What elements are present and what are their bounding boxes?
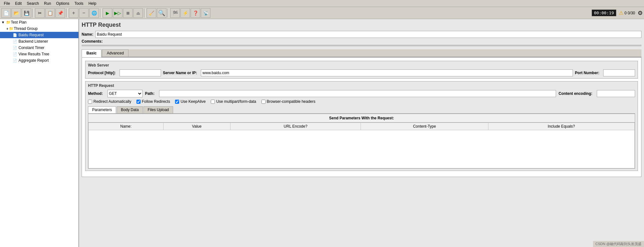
menu-help[interactable]: Help (86, 1, 99, 6)
settings-icon[interactable]: ⚙ (638, 10, 643, 17)
menu-tools[interactable]: Tools (72, 1, 86, 6)
folder-icon-2: 📁 (9, 26, 14, 31)
method-select[interactable]: GET POST PUT DELETE HEAD OPTIONS PATCH (107, 90, 143, 97)
new-button[interactable]: 📄 (1, 8, 11, 18)
checkbox-keepalive[interactable]: Use KeepAlive (175, 99, 206, 104)
copy-button[interactable]: 📋 (45, 8, 55, 18)
bottom-bar: CSDN @融代码敲到头发茂盛 (593, 241, 644, 247)
tree-item-test-plan[interactable]: ▼ 📁 Test Plan (0, 19, 78, 25)
path-label: Path: (145, 91, 155, 96)
add-button[interactable]: + (69, 8, 78, 18)
checkbox-redirect-auto[interactable]: Redirect Automatically (88, 99, 131, 104)
sub-tabs-header: Parameters Body Data Files Upload (88, 106, 635, 114)
port-input[interactable] (603, 69, 635, 76)
http-request-panel: HTTP Request Name: Comments: Basic Advan… (82, 22, 641, 177)
separator-1 (33, 9, 34, 18)
encoding-label: Content encoding: (559, 91, 592, 96)
col-value: Value (163, 123, 230, 130)
help-button[interactable]: ❓ (191, 8, 200, 18)
checkbox-multipart[interactable]: Use multipart/form-data (211, 99, 256, 104)
search-toolbar-button[interactable]: 🔍 (157, 8, 166, 18)
path-input[interactable] (159, 90, 556, 97)
tab-basic[interactable]: Basic (82, 49, 101, 57)
menu-file[interactable]: File (1, 1, 12, 6)
redirect-auto-checkbox[interactable] (88, 100, 92, 104)
start-no-pause-button[interactable]: ▶▷ (113, 8, 122, 18)
checkbox-follow-redirects[interactable]: Follow Redirects (136, 99, 170, 104)
doc-icon-2: 📄 (13, 39, 17, 44)
method-row: Method: GET POST PUT DELETE HEAD OPTIONS… (88, 90, 635, 97)
tab-content-basic: Web Server Protocol [http]: Server Name … (82, 57, 641, 177)
sub-tab-files-upload[interactable]: Files Upload (143, 106, 173, 113)
encoding-input[interactable] (597, 90, 635, 97)
browse-button[interactable]: 🌐 (89, 8, 99, 18)
checkbox-browser-headers[interactable]: Browser-compatible headers (261, 99, 316, 104)
tree-item-constant-timer[interactable]: 📄 Constant Timer (0, 45, 78, 51)
web-server-section: Web Server Protocol [http]: Server Name … (85, 61, 638, 79)
keepalive-label: Use KeepAlive (180, 99, 206, 104)
web-server-title: Web Server (88, 63, 635, 67)
remote-stop-button[interactable]: ⚡ (180, 8, 190, 18)
start-button[interactable]: ▶ (103, 8, 112, 18)
menu-edit[interactable]: Edit (12, 1, 24, 6)
tree-item-backend-listener[interactable]: 📄 Backend Listener (0, 38, 78, 45)
paste-button[interactable]: 📌 (55, 8, 65, 18)
doc-icon: 📄 (13, 33, 17, 37)
tab-advanced[interactable]: Advanced (102, 49, 128, 57)
timer-display: 00:00:19 (592, 10, 616, 16)
tree-label-backend-listener: Backend Listener (18, 39, 48, 44)
main-tabs: Basic Advanced Web Server Protocol [http… (82, 49, 641, 177)
params-section: Send Parameters With the Request: Name: … (88, 114, 635, 169)
web-server-row: Protocol [http]: Server Name or IP: Port… (88, 69, 635, 76)
tree-item-thread-group[interactable]: ♦ 📁 Thread Group (0, 25, 78, 32)
save-button[interactable]: 💾 (22, 8, 31, 18)
tree-label-view-results-tree: View Results Tree (18, 52, 49, 56)
remote-button[interactable]: 📡 (201, 8, 210, 18)
keepalive-checkbox[interactable] (175, 100, 179, 104)
expand-icon: ▼ (1, 20, 5, 24)
tree-label-baidu-request: Baidu Request (18, 33, 44, 37)
comments-label: Comments: (82, 39, 103, 44)
menubar: File Edit Search Run Options Tools Help (0, 0, 644, 7)
remote-start-button[interactable]: 🏁 (170, 8, 180, 18)
doc-icon-4: 📄 (13, 52, 17, 56)
follow-redirects-label: Follow Redirects (142, 99, 170, 104)
stop-button[interactable]: ⏹ (123, 8, 133, 18)
sub-tab-parameters[interactable]: Parameters (88, 106, 116, 113)
browser-headers-checkbox[interactable] (261, 100, 266, 104)
col-url-encode: URL Encode? (230, 123, 361, 130)
cut-button[interactable]: ✂ (35, 8, 45, 18)
stop-now-button[interactable]: ⏏ (133, 8, 143, 18)
clear-button[interactable]: 🧹 (147, 8, 156, 18)
tree-item-aggregate-report[interactable]: 📄 Aggregate Report (0, 57, 78, 64)
http-request-title: HTTP Request (88, 83, 635, 88)
params-table-header-row: Name: Value URL Encode? Content-Type Inc… (89, 123, 635, 130)
redirect-auto-label: Redirect Automatically (93, 99, 131, 104)
port-label: Port Number: (575, 71, 599, 75)
menu-options[interactable]: Options (54, 1, 72, 6)
connector-icon: ♦ (6, 26, 8, 31)
tree-label-thread-group: Thread Group (14, 26, 38, 31)
sub-tab-body-data[interactable]: Body Data (117, 106, 143, 113)
panel-title: HTTP Request (82, 22, 641, 28)
open-button[interactable]: 📂 (11, 8, 21, 18)
tree-label-constant-timer: Constant Timer (18, 46, 44, 50)
http-request-section: HTTP Request Method: GET POST PUT DELETE… (85, 81, 638, 171)
name-input[interactable] (95, 31, 641, 38)
menu-run[interactable]: Run (41, 1, 54, 6)
server-input[interactable] (201, 69, 573, 76)
tree-item-view-results-tree[interactable]: 📄 View Results Tree (0, 51, 78, 57)
main-layout: ▼ 📁 Test Plan ♦ 📁 Thread Group 📄 Baidu R… (0, 19, 644, 247)
menu-search[interactable]: Search (24, 1, 41, 6)
protocol-input[interactable] (120, 69, 161, 76)
follow-redirects-checkbox[interactable] (136, 100, 141, 104)
tree-item-baidu-request[interactable]: 📄 Baidu Request (0, 32, 78, 38)
warning-icon: ⚠ (619, 10, 623, 16)
col-name: Name: (89, 123, 164, 130)
name-row: Name: (82, 31, 641, 38)
checkboxes-row: Redirect Automatically Follow Redirects … (88, 99, 635, 104)
right-panel: HTTP Request Name: Comments: Basic Advan… (79, 19, 644, 247)
multipart-checkbox[interactable] (211, 100, 215, 104)
doc-icon-3: 📄 (13, 46, 17, 50)
remove-button[interactable]: − (79, 8, 89, 18)
